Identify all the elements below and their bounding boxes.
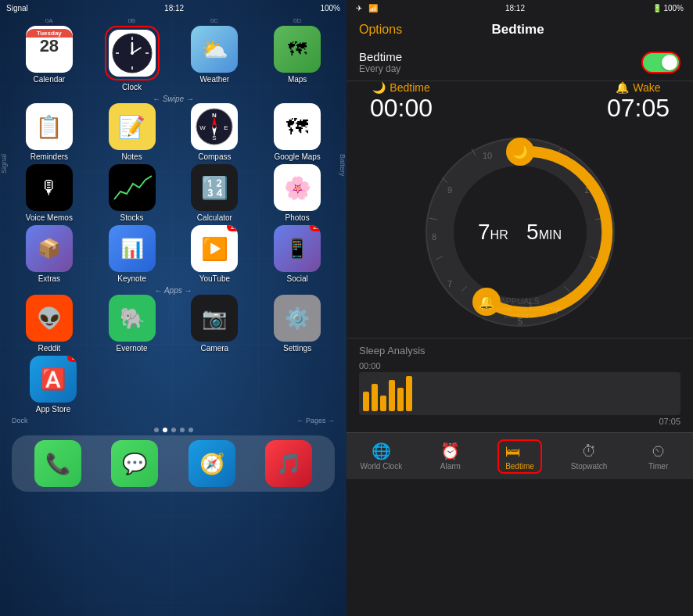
battery-label: 100%: [320, 4, 340, 13]
dock-music[interactable]: 🎵: [251, 440, 326, 487]
app-reminders[interactable]: 📋 Reminders: [12, 103, 87, 161]
stopwatch-icon: ⏱: [581, 442, 597, 460]
moon-icon: 🌙: [372, 81, 386, 94]
photos-icon: 🌸: [284, 175, 311, 201]
calculator-label: Calculator: [197, 213, 232, 222]
world-clock-label: World Clock: [360, 462, 402, 471]
weather-icon-bg: ⛅: [191, 26, 238, 73]
googlemaps-icon-bg: 🗺: [274, 103, 321, 150]
reddit-icon-bg: 👽: [26, 295, 73, 342]
maps-icon-bg: 🗺: [274, 26, 321, 73]
evernote-label: Evernote: [117, 344, 148, 353]
app-calendar[interactable]: Tuesday 28 Calendar: [12, 26, 87, 91]
signal-label: Signal: [6, 4, 28, 13]
app-maps[interactable]: 🗺 Maps: [260, 26, 335, 91]
app-photos[interactable]: 🌸 Photos: [260, 164, 335, 222]
social-badge: 25: [310, 225, 321, 231]
settings-icon: ⚙️: [285, 306, 310, 331]
toggle-knob: [662, 55, 677, 70]
alarm-label: Alarm: [440, 462, 461, 471]
social-label: Social: [287, 274, 308, 283]
tab-timer[interactable]: ⏲ Timer: [623, 442, 693, 471]
svg-text:🔔: 🔔: [479, 295, 494, 310]
app-social[interactable]: 25 📱 Social: [260, 225, 335, 283]
sleep-start-time: 00:00: [359, 361, 381, 371]
app-weather[interactable]: ⛅ Weather: [177, 26, 252, 91]
bedtime-toggle[interactable]: [641, 52, 680, 73]
options-button[interactable]: Options: [359, 23, 402, 37]
app-voicememos[interactable]: 🎙 Voice Memos: [12, 164, 87, 222]
col-0d: 0D: [293, 17, 301, 24]
dot-3: [171, 428, 176, 432]
app-stocks[interactable]: Stocks: [95, 164, 170, 222]
phone-icon-bg: 📞: [34, 440, 81, 487]
app-camera[interactable]: 📷 Camera: [177, 295, 252, 353]
app-keynote[interactable]: 📊 Keynote: [95, 225, 170, 283]
app-reddit[interactable]: 👽 Reddit: [12, 295, 87, 353]
clock-face: [111, 32, 153, 74]
maps-label: Maps: [288, 75, 307, 84]
tab-world-clock[interactable]: 🌐 World Clock: [346, 442, 416, 471]
bedtime-sublabel: Every day: [359, 63, 402, 74]
app-clock[interactable]: Clock: [95, 26, 170, 91]
dock-safari[interactable]: 🧭: [174, 440, 250, 487]
dock-messages[interactable]: 💬: [97, 440, 172, 487]
app-googlemaps[interactable]: 🗺 Google Maps: [260, 103, 335, 161]
youtube-badge: 11: [227, 225, 238, 231]
app-compass[interactable]: N S W E Compass: [177, 103, 252, 161]
right-time: 18:12: [505, 4, 525, 13]
sleep-bar-6: [406, 376, 412, 411]
voicememos-icon: 🎙: [40, 177, 59, 199]
bedtime-tab-label: Bedtime: [505, 462, 534, 471]
duration-display: 7HR 5MIN: [478, 220, 562, 244]
notes-label: Notes: [122, 152, 142, 161]
nav-header: Options Bedtime: [346, 16, 693, 44]
dock-phone[interactable]: 📞: [20, 440, 95, 487]
calculator-icon-bg: 🔢: [191, 164, 238, 211]
bedtime-tab-icon: 🛏: [505, 442, 521, 460]
clock-icon-bg: [109, 30, 156, 77]
svg-text:8: 8: [431, 232, 436, 242]
compass-label: Compass: [198, 152, 231, 161]
tab-alarm[interactable]: ⏰ Alarm: [416, 442, 486, 471]
app-youtube[interactable]: 11 ▶️ YouTube: [177, 225, 252, 283]
keynote-label: Keynote: [117, 274, 146, 283]
weather-icon: ⛅: [201, 37, 228, 63]
phone-icon: 📞: [45, 452, 70, 476]
wake-col: 🔔 Wake 07:05: [607, 81, 670, 123]
tab-stopwatch[interactable]: ⏱ Stopwatch: [555, 442, 624, 471]
reminders-icon: 📋: [35, 114, 63, 140]
camera-icon: 📷: [202, 306, 227, 331]
world-clock-icon: 🌐: [372, 442, 391, 460]
reminders-label: Reminders: [31, 152, 68, 161]
bw-labels: 🌙 Bedtime 00:00 🔔 Wake 07:05: [346, 81, 693, 123]
app-settings[interactable]: ⚙️ Settings: [260, 295, 335, 353]
camera-label: Camera: [201, 344, 229, 353]
bedtime-title: 🌙 Bedtime: [372, 81, 429, 94]
app-grid: Tuesday 28 Calendar: [0, 26, 346, 414]
svg-text:5: 5: [517, 317, 522, 326]
col-0a: 0A: [45, 17, 53, 24]
extras-icon: 📦: [38, 238, 61, 260]
col-0b: 0B: [127, 17, 135, 24]
app-notes[interactable]: 📝 Notes: [95, 103, 170, 161]
timer-icon: ⏲: [651, 442, 666, 460]
right-battery: 🔋 100%: [652, 4, 684, 13]
youtube-icon-bg: 11 ▶️: [191, 225, 238, 272]
tab-bedtime[interactable]: 🛏 Bedtime: [485, 439, 555, 474]
app-evernote[interactable]: 🐘 Evernote: [95, 295, 170, 353]
app-extras[interactable]: 📦 Extras: [12, 225, 87, 283]
googlemaps-icon: 🗺: [286, 114, 308, 140]
maps-icon: 🗺: [288, 38, 307, 60]
app-calculator[interactable]: 🔢 Calculator: [177, 164, 252, 222]
dot-4: [180, 428, 185, 432]
dock: 📞 💬 🧭 🎵: [12, 435, 335, 492]
col-headers: 0A 0B 0C 0D: [0, 16, 346, 26]
svg-text:E: E: [224, 124, 228, 131]
reddit-icon: 👽: [37, 306, 62, 331]
left-panel: Signal 18:12 100% 0A 0B 0C 0D Signal Bat…: [0, 0, 346, 616]
app-appstore[interactable]: 5 🅰️ App Store: [16, 356, 91, 414]
reminders-icon-bg: 📋: [26, 103, 73, 150]
app-row-02: 📋 Reminders 📝 Notes N S W E: [8, 103, 339, 161]
bedtime-col: 🌙 Bedtime 00:00: [370, 81, 433, 123]
